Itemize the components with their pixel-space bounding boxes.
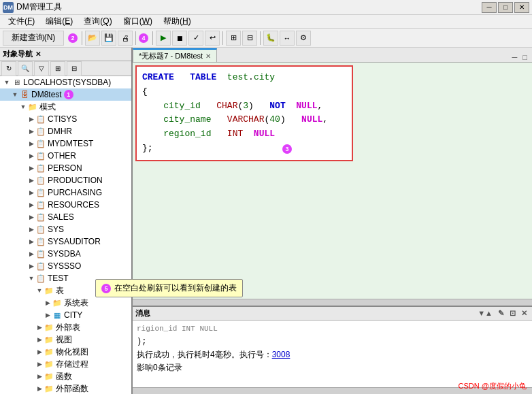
tree-toggle-view[interactable]: ▶ [35, 336, 44, 343]
tree-item-matview[interactable]: ▶ 📁 物化视图 [0, 346, 131, 358]
tree-toggle-test[interactable]: ▼ [27, 275, 35, 282]
tree-item-localhost[interactable]: ▼ 🖥 LOCALHOST(SYSDBA) [0, 76, 131, 88]
tooltip-text: 在空白处刷新可以看到新创建的表 [114, 283, 237, 293]
tree-toggle-sales[interactable]: ▶ [27, 214, 35, 220]
menu-query[interactable]: 查询(Q) [78, 14, 117, 29]
menu-file[interactable]: 文件(F) [3, 14, 40, 29]
tree-toggle-syssso[interactable]: ▶ [27, 263, 35, 269]
tree-item-mydmtest[interactable]: ▶ 📋 MYDMTEST [0, 137, 131, 150]
tree-toggle-city[interactable]: ▶ [44, 312, 52, 318]
tree-toggle-sys[interactable]: ▶ [27, 226, 35, 233]
tree-toggle-func[interactable]: ▶ [35, 373, 44, 380]
editor-tab[interactable]: *无标题7 - DM8test ✕ [133, 48, 217, 62]
msg-ctrl-3[interactable]: ⊡ [508, 308, 518, 318]
code-box[interactable]: CREATE TABLE test.city { city_id CHAR(3)… [135, 65, 353, 161]
tree-toggle-person[interactable]: ▶ [27, 165, 35, 171]
tree-toggle-test-tables[interactable]: ▼ [35, 287, 44, 294]
toolbar-btn-grid[interactable]: ⊞ [226, 31, 241, 46]
tree-item-view[interactable]: ▶ 📁 视图 [0, 333, 131, 346]
tree-item-city[interactable]: ▶ ▦ CITY [0, 309, 131, 321]
tree-toggle-localhost[interactable]: ▼ [3, 79, 11, 86]
tree-item-ctisys[interactable]: ▶ 📋 CTISYS [0, 113, 131, 125]
tree-item-func[interactable]: ▶ 📁 函数 [0, 370, 131, 382]
tree-label-ctisys: CTISYS [48, 114, 77, 124]
tree-toggle-purchasing[interactable]: ▶ [27, 189, 35, 196]
tree-toggle-other[interactable]: ▶ [27, 152, 35, 159]
tree-item-extable[interactable]: ▶ 📁 外部表 [0, 321, 131, 333]
tree-toggle-resources[interactable]: ▶ [27, 201, 35, 208]
tree-item-person[interactable]: ▶ 📋 PERSON [0, 162, 131, 174]
tree-filter-btn[interactable]: ▽ [34, 61, 49, 76]
tree-item-resources[interactable]: ▶ 📋 RESOURCES [0, 199, 131, 211]
tree-toggle-dmhr[interactable]: ▶ [27, 128, 35, 135]
editor-tab-close[interactable]: ✕ [205, 52, 211, 60]
toolbar-btn-debug[interactable]: 🐛 [263, 31, 278, 46]
tree-item-extfunc[interactable]: ▶ 📁 外部函数 [0, 382, 131, 394]
tree-item-schema-root[interactable]: ▼ 📁 模式 [0, 101, 131, 113]
toolbar-btn-print[interactable]: 🖨 [118, 31, 133, 46]
tree-item-production[interactable]: ▶ 📋 PRODUCTION [0, 174, 131, 186]
toolbar-btn-run[interactable]: ▶ [156, 31, 171, 46]
new-query-button[interactable]: 新建查询(N) [3, 31, 64, 46]
tree-item-sysdba[interactable]: ▶ 📋 SYSDBA [0, 248, 131, 260]
tree-collapse-btn[interactable]: ⊟ [67, 61, 82, 76]
tree-toggle-sysdba[interactable]: ▶ [27, 250, 35, 257]
folder-icon-extfunc: 📁 [44, 384, 54, 393]
tree-toggle-systables[interactable]: ▶ [44, 299, 52, 306]
tree-toggle-sysauditor[interactable]: ▶ [27, 238, 35, 245]
toolbar-btn-stop[interactable]: ⏹ [172, 31, 187, 46]
msg-exec-id[interactable]: 3008 [272, 350, 290, 359]
toolbar-btn-save[interactable]: 💾 [101, 31, 116, 46]
schema-icon-mydmtest: 📋 [35, 139, 46, 148]
code-line-4: city_name VARCHAR(40) NULL, [142, 113, 346, 127]
tree-item-purchasing[interactable]: ▶ 📋 PURCHASING [0, 186, 131, 199]
tree-refresh-btn[interactable]: ↻ [1, 61, 16, 76]
tree-toggle-extfunc[interactable]: ▶ [35, 385, 44, 392]
tree-item-dm8test[interactable]: ▼ 🗄 DM8test 1 [0, 88, 131, 101]
tree-search-btn[interactable]: 🔍 [18, 61, 33, 76]
tree-area[interactable]: ▼ 🖥 LOCALHOST(SYSDBA) ▼ 🗄 DM8test 1 ▼ 📁 … [0, 76, 131, 394]
menu-help[interactable]: 帮助(H) [158, 14, 197, 29]
tab-ctrl-min[interactable]: ─ [510, 52, 520, 62]
editor-area[interactable]: CREATE TABLE test.city { city_id CHAR(3)… [133, 63, 532, 299]
msg-ctrl-4[interactable]: ✕ [519, 308, 529, 318]
schema-icon-purchasing: 📋 [35, 188, 46, 197]
tree-item-sys[interactable]: ▶ 📋 SYS [0, 223, 131, 235]
tree-item-sales[interactable]: ▶ 📋 SALES [0, 211, 131, 223]
toolbar-btn-check[interactable]: ✓ [188, 31, 203, 46]
tree-item-dmhr[interactable]: ▶ 📋 DMHR [0, 125, 131, 137]
tree-toggle-production[interactable]: ▶ [27, 177, 35, 184]
folder-icon: 📁 [27, 102, 38, 112]
toolbar-btn-open[interactable]: 📂 [85, 31, 100, 46]
toolbar-btn-step[interactable]: ↔ [280, 31, 295, 46]
tree-toggle-ctisys[interactable]: ▶ [27, 116, 35, 122]
toolbar-btn-undo[interactable]: ↩ [205, 31, 220, 46]
toolbar-btn-table[interactable]: ⊟ [242, 31, 257, 46]
tree-item-sysauditor[interactable]: ▶ 📋 SYSAUDITOR [0, 235, 131, 248]
title-bar-controls: ─ □ ✕ [482, 2, 529, 13]
tree-toggle-mydmtest[interactable]: ▶ [27, 140, 35, 147]
kw-create: CREATE [142, 72, 174, 82]
tree-toggle-schema[interactable]: ▼ [19, 103, 27, 110]
msg-content: rigion_id INT NULL ); 执行成功，执行耗时4毫秒。执行号：3… [133, 321, 532, 387]
tree-item-syssso[interactable]: ▶ 📋 SYSSSO [0, 260, 131, 272]
panel-close-btn[interactable]: ✕ [35, 50, 41, 58]
tree-item-systables[interactable]: ▶ 📁 系统表 [0, 297, 131, 309]
tree-toggle-extable[interactable]: ▶ [35, 324, 44, 331]
tree-item-other[interactable]: ▶ 📋 OTHER [0, 150, 131, 162]
close-button[interactable]: ✕ [514, 2, 529, 13]
toolbar-btn-more[interactable]: ⚙ [296, 31, 311, 46]
tree-toggle-proc[interactable]: ▶ [35, 361, 44, 367]
tree-toggle-matview[interactable]: ▶ [35, 348, 44, 355]
maximize-button[interactable]: □ [498, 2, 513, 13]
editor-scrollbar-h[interactable] [133, 299, 532, 306]
tree-item-proc[interactable]: ▶ 📁 存储过程 [0, 358, 131, 370]
tab-ctrl-max[interactable]: □ [520, 52, 529, 62]
menu-edit[interactable]: 编辑(E) [40, 14, 78, 29]
msg-ctrl-2[interactable]: ✎ [496, 308, 506, 318]
minimize-button[interactable]: ─ [482, 2, 497, 13]
tree-expand-btn[interactable]: ⊞ [50, 61, 65, 76]
menu-window[interactable]: 窗口(W) [118, 14, 158, 29]
msg-ctrl-1[interactable]: ▼▲ [476, 308, 495, 318]
tree-toggle-dm8test[interactable]: ▼ [11, 91, 19, 98]
